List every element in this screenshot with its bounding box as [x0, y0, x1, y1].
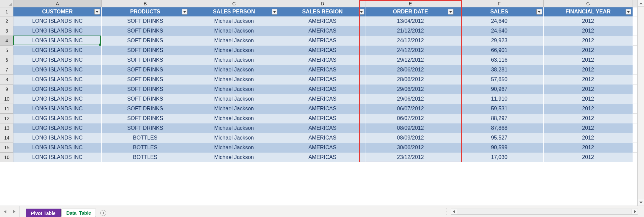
cell-E8[interactable]: 28/06/2012	[366, 75, 455, 85]
table-header-D[interactable]: SALES REGION	[279, 7, 366, 16]
filter-dropdown-button[interactable]	[536, 9, 542, 15]
select-all-corner[interactable]	[0, 0, 13, 7]
row-header-3[interactable]: 3	[0, 26, 13, 36]
cell-D6[interactable]: AMERICAS	[279, 55, 366, 65]
cell-D10[interactable]: AMERICAS	[279, 94, 366, 104]
cell-A5[interactable]: LONG ISLANDS INC	[13, 46, 101, 55]
tab-nav-prev-icon[interactable]	[3, 209, 8, 214]
cell-C8[interactable]: Michael Jackson	[189, 75, 279, 85]
column-header-C[interactable]: C	[189, 0, 279, 7]
cell-D12[interactable]: AMERICAS	[279, 114, 366, 123]
tab-nav-next-icon[interactable]	[11, 209, 17, 214]
cell-G8[interactable]: 2012	[543, 75, 633, 85]
cell-B12[interactable]: SOFT DRINKS	[101, 114, 189, 123]
cell-D11[interactable]: AMERICAS	[279, 104, 366, 114]
cell-C13[interactable]: Michael Jackson	[189, 123, 279, 133]
row-header-4[interactable]: 4	[0, 36, 13, 46]
tab-split-handle[interactable]	[445, 208, 447, 215]
cell-F12[interactable]: 88,297	[455, 114, 544, 123]
cell-F5[interactable]: 66,901	[455, 46, 544, 55]
row-header-7[interactable]: 7	[0, 65, 13, 75]
spreadsheet-grid[interactable]: ABCDEFG1CUSTOMERPRODUCTSSALES PERSONSALE…	[0, 0, 644, 206]
cell-G16[interactable]: 2012	[543, 153, 633, 162]
cell-E15[interactable]: 30/06/2012	[366, 143, 455, 153]
filter-dropdown-button[interactable]	[448, 9, 453, 15]
cell-C12[interactable]: Michael Jackson	[189, 114, 279, 123]
column-header-G[interactable]: G	[543, 0, 633, 7]
cell-G5[interactable]: 2012	[543, 46, 633, 55]
cell-D4[interactable]: AMERICAS	[279, 36, 366, 46]
cell-A16[interactable]: LONG ISLANDS INC	[13, 153, 101, 162]
cell-B15[interactable]: BOTTLES	[101, 143, 189, 153]
cell-B10[interactable]: SOFT DRINKS	[101, 94, 189, 104]
vertical-scroll-track[interactable]	[638, 7, 644, 199]
cell-D7[interactable]: AMERICAS	[279, 65, 366, 75]
filter-dropdown-button[interactable]	[182, 9, 187, 15]
cell-D13[interactable]: AMERICAS	[279, 123, 366, 133]
cell-B2[interactable]: SOFT DRINKS	[101, 16, 189, 26]
cell-E3[interactable]: 21/12/2012	[366, 26, 455, 36]
cell-F2[interactable]: 24,640	[455, 16, 544, 26]
scroll-right-button[interactable]	[632, 209, 638, 214]
filter-dropdown-button[interactable]	[94, 9, 100, 15]
cell-E10[interactable]: 29/06/2012	[366, 94, 455, 104]
table-header-A[interactable]: CUSTOMER	[13, 7, 101, 16]
row-header-1[interactable]: 1	[0, 7, 13, 16]
cell-D3[interactable]: AMERICAS	[279, 26, 366, 36]
table-header-G[interactable]: FINANCIAL YEAR	[543, 7, 633, 16]
cell-F16[interactable]: 17,030	[455, 153, 544, 162]
row-header-2[interactable]: 2	[0, 16, 13, 26]
table-header-E[interactable]: ORDER DATE	[366, 7, 455, 16]
cell-A15[interactable]: LONG ISLANDS INC	[13, 143, 101, 153]
cell-G9[interactable]: 2012	[543, 85, 633, 94]
cell-G15[interactable]: 2012	[543, 143, 633, 153]
row-header-13[interactable]: 13	[0, 123, 13, 133]
row-header-6[interactable]: 6	[0, 55, 13, 65]
cell-E16[interactable]: 23/12/2012	[366, 153, 455, 162]
cell-C14[interactable]: Michael Jackson	[189, 133, 279, 143]
cell-B16[interactable]: BOTTLES	[101, 153, 189, 162]
cell-F14[interactable]: 95,527	[455, 133, 544, 143]
new-sheet-button[interactable]: +	[99, 209, 108, 217]
column-header-D[interactable]: D	[279, 0, 366, 7]
cell-D5[interactable]: AMERICAS	[279, 46, 366, 55]
cell-D15[interactable]: AMERICAS	[279, 143, 366, 153]
cell-A4[interactable]: LONG ISLANDS INC	[13, 36, 101, 46]
cell-C3[interactable]: Michael Jackson	[189, 26, 279, 36]
cell-G14[interactable]: 2012	[543, 133, 633, 143]
cell-A9[interactable]: LONG ISLANDS INC	[13, 85, 101, 94]
cell-G7[interactable]: 2012	[543, 65, 633, 75]
cell-B5[interactable]: SOFT DRINKS	[101, 46, 189, 55]
cell-G4[interactable]: 2012	[543, 36, 633, 46]
cell-D14[interactable]: AMERICAS	[279, 133, 366, 143]
cell-G12[interactable]: 2012	[543, 114, 633, 123]
table-header-F[interactable]: SALES	[455, 7, 544, 16]
cell-D16[interactable]: AMERICAS	[279, 153, 366, 162]
cell-F13[interactable]: 87,868	[455, 123, 544, 133]
tab-pivot-table[interactable]: Pivot Table	[26, 209, 61, 217]
cell-G6[interactable]: 2012	[543, 55, 633, 65]
cell-A2[interactable]: LONG ISLANDS INC	[13, 16, 101, 26]
table-header-C[interactable]: SALES PERSON	[189, 7, 279, 16]
row-header-8[interactable]: 8	[0, 75, 13, 85]
tab-data-table[interactable]: Data_Table	[61, 209, 96, 217]
cell-B9[interactable]: SOFT DRINKS	[101, 85, 189, 94]
cell-F4[interactable]: 29,923	[455, 36, 544, 46]
row-header-14[interactable]: 14	[0, 133, 13, 143]
cell-A11[interactable]: LONG ISLANDS INC	[13, 104, 101, 114]
cell-A8[interactable]: LONG ISLANDS INC	[13, 75, 101, 85]
filter-dropdown-button[interactable]	[359, 9, 364, 15]
cell-A3[interactable]: LONG ISLANDS INC	[13, 26, 101, 36]
cell-C6[interactable]: Michael Jackson	[189, 55, 279, 65]
cell-B7[interactable]: SOFT DRINKS	[101, 65, 189, 75]
column-header-A[interactable]: A	[13, 0, 101, 7]
cell-C7[interactable]: Michael Jackson	[189, 65, 279, 75]
cell-F7[interactable]: 38,281	[455, 65, 544, 75]
cell-F6[interactable]: 63,116	[455, 55, 544, 65]
cell-B13[interactable]: SOFT DRINKS	[101, 123, 189, 133]
scroll-down-button[interactable]	[638, 199, 644, 206]
cell-A12[interactable]: LONG ISLANDS INC	[13, 114, 101, 123]
row-header-11[interactable]: 11	[0, 104, 13, 114]
cell-A14[interactable]: LONG ISLANDS INC	[13, 133, 101, 143]
filter-dropdown-button[interactable]	[626, 9, 631, 15]
